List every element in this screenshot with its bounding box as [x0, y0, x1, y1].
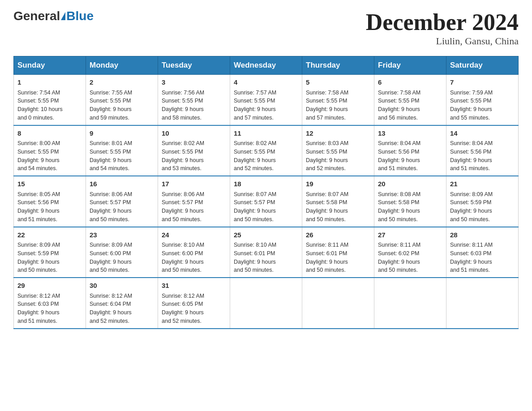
day-info: Sunrise: 8:04 AMSunset: 5:56 PMDaylight:… — [450, 139, 515, 173]
calendar-cell: 11Sunrise: 8:02 AMSunset: 5:55 PMDayligh… — [230, 125, 302, 176]
day-number: 23 — [90, 230, 154, 240]
calendar-header-wednesday: Wednesday — [230, 56, 302, 75]
day-info: Sunrise: 8:12 AMSunset: 6:05 PMDaylight:… — [162, 292, 226, 325]
logo-general: General — [13, 9, 60, 23]
day-number: 14 — [450, 128, 515, 139]
calendar-cell: 21Sunrise: 8:09 AMSunset: 5:59 PMDayligh… — [446, 176, 519, 227]
day-number: 5 — [306, 77, 370, 88]
day-info: Sunrise: 7:59 AMSunset: 5:55 PMDaylight:… — [450, 89, 515, 122]
calendar-cell: 20Sunrise: 8:08 AMSunset: 5:58 PMDayligh… — [374, 176, 446, 227]
day-info: Sunrise: 8:03 AMSunset: 5:55 PMDaylight:… — [306, 139, 370, 173]
calendar-cell: 6Sunrise: 7:58 AMSunset: 5:55 PMDaylight… — [374, 75, 446, 125]
day-number: 8 — [17, 128, 82, 139]
day-number: 15 — [17, 179, 82, 189]
calendar-cell: 26Sunrise: 8:11 AMSunset: 6:01 PMDayligh… — [302, 227, 374, 278]
day-number: 9 — [90, 128, 154, 139]
day-info: Sunrise: 7:58 AMSunset: 5:55 PMDaylight:… — [306, 89, 370, 122]
day-info: Sunrise: 7:57 AMSunset: 5:55 PMDaylight:… — [234, 89, 298, 122]
page-header: General Blue December 2024 Liulin, Gansu… — [13, 9, 519, 47]
calendar-cell: 25Sunrise: 8:10 AMSunset: 6:01 PMDayligh… — [230, 227, 302, 278]
day-info: Sunrise: 8:11 AMSunset: 6:01 PMDaylight:… — [306, 241, 370, 274]
day-number: 30 — [90, 281, 154, 291]
day-number: 2 — [90, 77, 154, 88]
calendar-cell: 14Sunrise: 8:04 AMSunset: 5:56 PMDayligh… — [446, 125, 519, 176]
logo: General Blue — [13, 9, 94, 23]
calendar-cell: 2Sunrise: 7:55 AMSunset: 5:55 PMDaylight… — [86, 75, 158, 125]
logo-blue: Blue — [66, 9, 94, 23]
day-number: 18 — [234, 179, 298, 189]
day-number: 1 — [17, 77, 82, 88]
calendar-header-sunday: Sunday — [14, 56, 86, 75]
calendar-cell: 12Sunrise: 8:03 AMSunset: 5:55 PMDayligh… — [302, 125, 374, 176]
day-info: Sunrise: 8:11 AMSunset: 6:02 PMDaylight:… — [378, 241, 442, 274]
day-info: Sunrise: 8:12 AMSunset: 6:03 PMDaylight:… — [17, 292, 82, 325]
calendar-cell: 22Sunrise: 8:09 AMSunset: 5:59 PMDayligh… — [14, 227, 86, 278]
day-number: 4 — [234, 77, 298, 88]
calendar-header-friday: Friday — [374, 56, 446, 75]
title-block: December 2024 Liulin, Gansu, China — [366, 9, 519, 47]
calendar-week-row: 22Sunrise: 8:09 AMSunset: 5:59 PMDayligh… — [14, 227, 519, 278]
calendar-header-monday: Monday — [86, 56, 158, 75]
calendar-cell: 1Sunrise: 7:54 AMSunset: 5:55 PMDaylight… — [14, 75, 86, 125]
day-number: 19 — [306, 179, 370, 189]
calendar-cell — [230, 278, 302, 329]
calendar-header-thursday: Thursday — [302, 56, 374, 75]
day-number: 11 — [234, 128, 298, 139]
calendar-header-row: SundayMondayTuesdayWednesdayThursdayFrid… — [14, 56, 519, 75]
calendar-week-row: 1Sunrise: 7:54 AMSunset: 5:55 PMDaylight… — [14, 75, 519, 125]
day-info: Sunrise: 8:06 AMSunset: 5:57 PMDaylight:… — [162, 190, 226, 224]
calendar-cell: 27Sunrise: 8:11 AMSunset: 6:02 PMDayligh… — [374, 227, 446, 278]
day-number: 26 — [306, 230, 370, 240]
day-number: 17 — [162, 179, 226, 189]
day-info: Sunrise: 7:54 AMSunset: 5:55 PMDaylight:… — [17, 89, 82, 122]
calendar-cell: 4Sunrise: 7:57 AMSunset: 5:55 PMDaylight… — [230, 75, 302, 125]
calendar-table: SundayMondayTuesdayWednesdayThursdayFrid… — [13, 56, 519, 329]
day-number: 31 — [162, 281, 226, 291]
calendar-cell — [302, 278, 374, 329]
calendar-cell: 30Sunrise: 8:12 AMSunset: 6:04 PMDayligh… — [86, 278, 158, 329]
subtitle: Liulin, Gansu, China — [366, 35, 519, 47]
calendar-cell: 29Sunrise: 8:12 AMSunset: 6:03 PMDayligh… — [14, 278, 86, 329]
day-info: Sunrise: 8:05 AMSunset: 5:56 PMDaylight:… — [17, 190, 82, 224]
main-title: December 2024 — [366, 9, 519, 35]
calendar-cell: 23Sunrise: 8:09 AMSunset: 6:00 PMDayligh… — [86, 227, 158, 278]
day-info: Sunrise: 8:07 AMSunset: 5:57 PMDaylight:… — [234, 190, 298, 224]
day-number: 20 — [378, 179, 442, 189]
day-info: Sunrise: 8:04 AMSunset: 5:56 PMDaylight:… — [378, 139, 442, 173]
day-number: 29 — [17, 281, 82, 291]
day-number: 27 — [378, 230, 442, 240]
calendar-week-row: 29Sunrise: 8:12 AMSunset: 6:03 PMDayligh… — [14, 278, 519, 329]
calendar-cell — [374, 278, 446, 329]
calendar-cell: 9Sunrise: 8:01 AMSunset: 5:55 PMDaylight… — [86, 125, 158, 176]
day-number: 25 — [234, 230, 298, 240]
day-info: Sunrise: 8:11 AMSunset: 6:03 PMDaylight:… — [450, 241, 515, 274]
day-info: Sunrise: 8:10 AMSunset: 6:01 PMDaylight:… — [234, 241, 298, 274]
day-info: Sunrise: 8:02 AMSunset: 5:55 PMDaylight:… — [234, 139, 298, 173]
calendar-cell: 8Sunrise: 8:00 AMSunset: 5:55 PMDaylight… — [14, 125, 86, 176]
day-number: 3 — [162, 77, 226, 88]
day-number: 7 — [450, 77, 515, 88]
calendar-week-row: 8Sunrise: 8:00 AMSunset: 5:55 PMDaylight… — [14, 125, 519, 176]
day-number: 13 — [378, 128, 442, 139]
calendar-cell: 16Sunrise: 8:06 AMSunset: 5:57 PMDayligh… — [86, 176, 158, 227]
day-number: 21 — [450, 179, 515, 189]
day-info: Sunrise: 8:06 AMSunset: 5:57 PMDaylight:… — [90, 190, 154, 224]
calendar-cell: 13Sunrise: 8:04 AMSunset: 5:56 PMDayligh… — [374, 125, 446, 176]
day-number: 24 — [162, 230, 226, 240]
day-info: Sunrise: 8:02 AMSunset: 5:55 PMDaylight:… — [162, 139, 226, 173]
day-number: 16 — [90, 179, 154, 189]
day-info: Sunrise: 8:09 AMSunset: 5:59 PMDaylight:… — [17, 241, 82, 274]
calendar-week-row: 15Sunrise: 8:05 AMSunset: 5:56 PMDayligh… — [14, 176, 519, 227]
calendar-cell: 15Sunrise: 8:05 AMSunset: 5:56 PMDayligh… — [14, 176, 86, 227]
calendar-cell: 10Sunrise: 8:02 AMSunset: 5:55 PMDayligh… — [158, 125, 230, 176]
day-info: Sunrise: 8:10 AMSunset: 6:00 PMDaylight:… — [162, 241, 226, 274]
calendar-cell: 18Sunrise: 8:07 AMSunset: 5:57 PMDayligh… — [230, 176, 302, 227]
calendar-cell: 19Sunrise: 8:07 AMSunset: 5:58 PMDayligh… — [302, 176, 374, 227]
logo-triangle-icon — [61, 12, 65, 20]
calendar-cell: 5Sunrise: 7:58 AMSunset: 5:55 PMDaylight… — [302, 75, 374, 125]
calendar-cell: 31Sunrise: 8:12 AMSunset: 6:05 PMDayligh… — [158, 278, 230, 329]
calendar-header-saturday: Saturday — [446, 56, 519, 75]
day-info: Sunrise: 7:55 AMSunset: 5:55 PMDaylight:… — [90, 89, 154, 122]
calendar-cell: 28Sunrise: 8:11 AMSunset: 6:03 PMDayligh… — [446, 227, 519, 278]
day-number: 28 — [450, 230, 515, 240]
